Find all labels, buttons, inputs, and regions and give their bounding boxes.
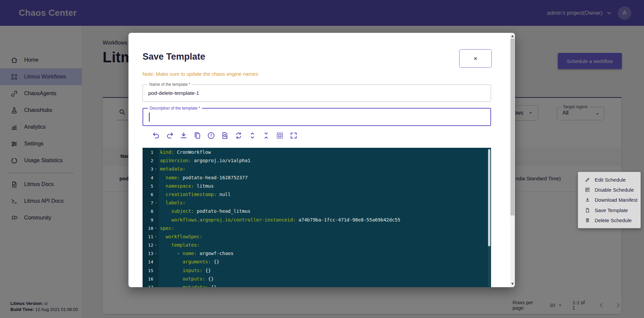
find-in-page-icon[interactable] — [221, 131, 229, 140]
code-line: 9 workflows.argoproj.io/controller-insta… — [143, 216, 491, 224]
template-description-field-wrap: Description of the template * — [143, 108, 491, 126]
scroll-down-icon[interactable] — [511, 283, 514, 285]
code-line: 6 creationTimestamp: null — [143, 190, 491, 199]
code-line: 12▾ templates: — [143, 241, 491, 249]
fold-toggle-icon[interactable]: ▾ — [153, 224, 159, 233]
unfold-more-icon[interactable] — [248, 131, 257, 140]
line-number: 9 — [143, 216, 153, 224]
unfold-less-icon[interactable] — [262, 131, 270, 140]
code-line: 5 namespace: litmus — [143, 182, 491, 190]
schedule-context-menu: Edit ScheduleDisable ScheduleDownload Ma… — [578, 172, 641, 228]
menu-item-label: Delete Schedule — [595, 217, 632, 223]
fold-toggle-icon[interactable]: ▾ — [153, 199, 159, 207]
download-icon — [585, 197, 590, 203]
menu-item-delete-schedule[interactable]: Delete Schedule — [578, 215, 641, 226]
grid-icon — [585, 187, 590, 193]
line-number: 10 — [143, 224, 153, 233]
redo-icon[interactable] — [166, 131, 174, 140]
code-line: 10▾spec: — [143, 224, 491, 233]
code-line: 13▾ - name: argowf-chaos — [143, 249, 491, 258]
menu-item-disable-schedule[interactable]: Disable Schedule — [578, 185, 641, 195]
scroll-up-icon[interactable] — [511, 35, 514, 37]
template-description-input[interactable] — [143, 109, 490, 125]
code-line: 11▾ workflowSpec: — [143, 233, 491, 241]
undo-icon[interactable] — [152, 131, 160, 140]
line-number: 15 — [143, 266, 153, 275]
save-template-modal: Save Template × Note: Make sure to updat… — [128, 33, 515, 287]
get-app-icon[interactable] — [179, 131, 188, 140]
line-number: 3 — [143, 165, 153, 173]
code-line: 3▾metadata: — [143, 165, 491, 173]
trash-icon — [585, 217, 590, 223]
copy-icon[interactable] — [193, 131, 202, 140]
modal-title: Save Template — [143, 52, 205, 62]
menu-item-edit-schedule[interactable]: Edit Schedule — [578, 175, 641, 185]
menu-item-label: Disable Schedule — [595, 187, 634, 193]
line-number: 16 — [143, 275, 153, 283]
file-icon — [585, 207, 590, 213]
screen: Chaos Center admin's project(Owner) A Ho… — [0, 0, 644, 318]
code-line: 4 name: podtato-head-1628752377 — [143, 174, 491, 182]
line-number: 1 — [143, 148, 153, 156]
modal-scrollbar-thumb[interactable] — [511, 39, 515, 215]
line-number: 17 — [143, 283, 153, 287]
line-number: 12 — [143, 241, 153, 249]
fold-toggle-icon[interactable]: ▾ — [153, 249, 159, 258]
line-number: 8 — [143, 207, 153, 215]
modal-scrollbar[interactable] — [510, 33, 515, 287]
fullscreen-icon[interactable] — [289, 131, 298, 140]
fold-toggle-icon[interactable]: ▾ — [153, 233, 159, 241]
menu-item-label: Download Manifest — [595, 197, 638, 203]
line-number: 14 — [143, 258, 153, 266]
line-number: 5 — [143, 182, 153, 190]
close-button[interactable]: × — [459, 49, 492, 68]
yaml-editor[interactable]: 1kind: CronWorkflow2apiVersion: argoproj… — [143, 148, 491, 287]
fold-toggle-icon[interactable]: ▾ — [153, 241, 159, 249]
close-icon: × — [474, 55, 477, 62]
line-number: 13 — [143, 249, 153, 258]
menu-item-save-template[interactable]: Save Template — [578, 205, 641, 215]
line-number: 4 — [143, 174, 153, 182]
code-line: 7▾ labels: — [143, 199, 491, 207]
code-line: 2apiVersion: argoproj.io/v1alpha1 — [143, 156, 491, 165]
template-description-label: Description of the template * — [148, 106, 202, 111]
select-all-icon[interactable] — [276, 131, 284, 140]
code-line: 14 arguments: {} — [143, 258, 491, 266]
line-number: 7 — [143, 199, 153, 207]
find-replace-icon[interactable] — [234, 131, 243, 140]
code-line: 17 metadata: {} — [143, 283, 491, 287]
code-line: 15 inputs: {} — [143, 266, 491, 275]
editor-toolbar — [152, 131, 298, 140]
template-name-field-wrap: Name of the template * — [143, 84, 491, 102]
code-line: 8 subject: podtato-head_litmus — [143, 207, 491, 215]
template-name-input[interactable] — [143, 85, 491, 102]
code-line: 1kind: CronWorkflow — [143, 148, 491, 156]
menu-item-label: Save Template — [595, 207, 628, 213]
fold-toggle-icon[interactable]: ▾ — [153, 165, 159, 173]
template-name-label: Name of the template * — [148, 82, 192, 87]
line-number: 6 — [143, 190, 153, 199]
error-icon[interactable] — [207, 131, 215, 140]
line-number: 11 — [143, 233, 153, 241]
menu-item-label: Edit Schedule — [595, 177, 626, 183]
menu-item-download-manifest[interactable]: Download Manifest — [578, 195, 641, 205]
editor-code-lines: 1kind: CronWorkflow2apiVersion: argoproj… — [143, 148, 491, 287]
text-cursor — [149, 113, 150, 122]
editor-scrollbar-thumb[interactable] — [488, 149, 490, 246]
code-line: 16 outputs: {} — [143, 275, 491, 283]
modal-note: Note: Make sure to update the chaos engi… — [143, 71, 258, 77]
pencil-icon — [585, 177, 590, 183]
line-number: 2 — [143, 156, 153, 165]
